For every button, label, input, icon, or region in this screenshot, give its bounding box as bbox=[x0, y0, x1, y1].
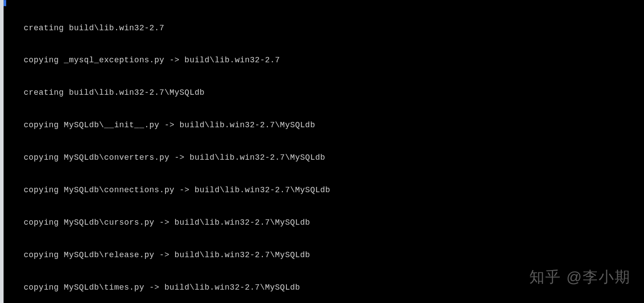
output-line: copying MySQLdb\release.py -> build\lib.… bbox=[4, 250, 644, 260]
output-line: creating build\lib.win32-2.7\MySQLdb bbox=[4, 87, 644, 98]
output-line: copying MySQLdb\times.py -> build\lib.wi… bbox=[4, 282, 644, 293]
output-line: copying MySQLdb\converters.py -> build\l… bbox=[4, 152, 644, 163]
output-line: copying MySQLdb\connections.py -> build\… bbox=[4, 185, 644, 195]
output-line: copying MySQLdb\__init__.py -> build\lib… bbox=[4, 120, 644, 130]
output-line: copying MySQLdb\cursors.py -> build\lib.… bbox=[4, 217, 644, 228]
output-line: copying _mysql_exceptions.py -> build\li… bbox=[4, 55, 644, 65]
scroll-indicator bbox=[4, 0, 6, 6]
terminal-output[interactable]: creating build\lib.win32-2.7 copying _my… bbox=[4, 0, 644, 303]
output-line: creating build\lib.win32-2.7 bbox=[4, 23, 644, 33]
